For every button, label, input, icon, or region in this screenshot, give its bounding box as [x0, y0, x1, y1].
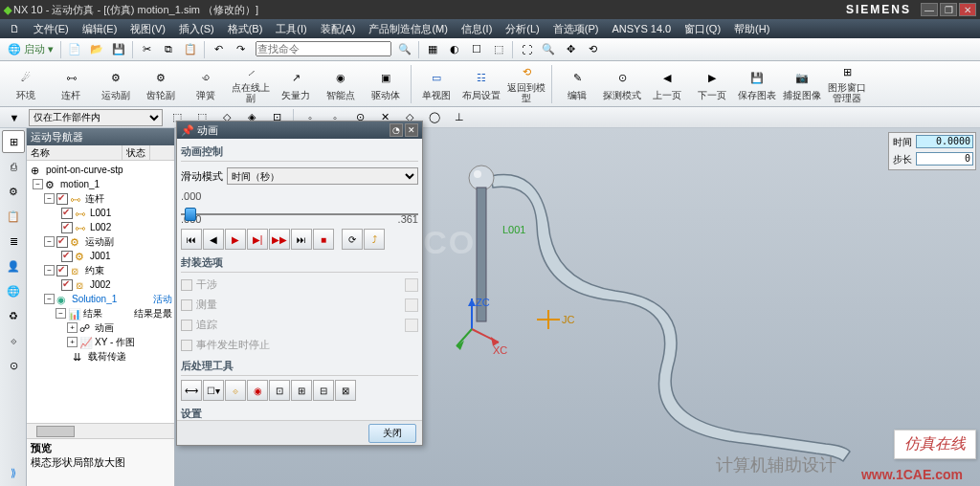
ribbon-single-view[interactable]: ▭单视图	[414, 63, 458, 105]
ribbon-vector-force[interactable]: ↗矢量力	[274, 63, 318, 105]
tree-solution[interactable]: Solution_1	[72, 294, 117, 304]
tree-root[interactable]: point-on-curve-stp	[46, 165, 123, 175]
filter-select[interactable]: 仅在工作部件内	[29, 109, 163, 126]
post-tool-3[interactable]: ⟐	[225, 380, 246, 401]
tree-load[interactable]: 载荷传递	[88, 350, 126, 364]
opt-track-btn[interactable]	[405, 319, 418, 332]
slide-mode-select[interactable]: 时间（秒）	[227, 167, 418, 185]
new-icon[interactable]: 🗋	[4, 21, 26, 36]
cube-icon[interactable]: ⬚	[488, 40, 509, 59]
maximize-button[interactable]: ❐	[940, 3, 957, 16]
menu-format[interactable]: 格式(B)	[222, 20, 269, 38]
menu-edit[interactable]: 编辑(E)	[77, 20, 123, 38]
col-name[interactable]: 名称	[27, 145, 122, 160]
time-value[interactable]: 0.0000	[916, 135, 973, 148]
next-frame-button[interactable]: ▶|	[247, 229, 268, 250]
fast-fwd-button[interactable]: ▶▶	[269, 229, 290, 250]
pan-icon[interactable]: ✥	[560, 40, 581, 59]
tree-constraints[interactable]: 约束	[85, 264, 104, 277]
post-tool-5[interactable]: ⊡	[269, 380, 290, 401]
export-button[interactable]: ⤴	[364, 229, 385, 250]
post-tool-6[interactable]: ⊞	[291, 380, 312, 401]
wireframe-icon[interactable]: ☐	[466, 40, 487, 59]
dialog-help-icon[interactable]: ◔	[390, 123, 403, 137]
menu-file[interactable]: 文件(E)	[28, 20, 75, 38]
ribbon-point-curve[interactable]: ⟋点在线上副	[229, 63, 273, 105]
play-button[interactable]: ▶	[225, 229, 246, 250]
undo-icon[interactable]: ↶	[208, 40, 229, 59]
ribbon-layout[interactable]: ☷布局设置	[459, 63, 503, 105]
ribbon-return[interactable]: ⟲返回到模型	[504, 63, 548, 105]
post-tool-8[interactable]: ⊠	[335, 380, 356, 401]
nav-hist-icon[interactable]: 📋	[2, 205, 25, 228]
tree-l001[interactable]: L001	[90, 208, 111, 218]
nav-ie-icon[interactable]: 🌐	[2, 279, 25, 302]
ribbon-next[interactable]: ▶下一页	[690, 63, 734, 105]
menu-insert[interactable]: 插入(S)	[173, 20, 220, 38]
ribbon-prev[interactable]: ◀上一页	[645, 63, 689, 105]
nav-tree[interactable]: ⊕point-on-curve-stp −⚙motion_1 −⧟连杆 ⧟L00…	[27, 161, 174, 423]
rotate-icon[interactable]: ⟲	[582, 40, 603, 59]
tree-xy[interactable]: XY - 作图	[95, 336, 135, 349]
copy-icon[interactable]: ⧉	[158, 40, 179, 59]
menu-pref[interactable]: 首选项(P)	[547, 20, 605, 38]
dialog-pin-icon[interactable]: 📌	[181, 124, 194, 136]
dialog-close-icon[interactable]: ✕	[405, 123, 418, 137]
nav-sys-icon[interactable]: ⟐	[2, 329, 25, 352]
paste-icon[interactable]: 📋	[180, 40, 201, 59]
menu-ansys[interactable]: ANSYS 14.0	[606, 21, 677, 36]
menu-help[interactable]: 帮助(H)	[728, 20, 775, 38]
ribbon-env[interactable]: ☄环境	[4, 63, 48, 105]
redo-icon[interactable]: ↷	[230, 40, 251, 59]
ribbon-gear[interactable]: ⚙齿轮副	[139, 63, 183, 105]
shade-icon[interactable]: ◐	[444, 40, 465, 59]
nav-role-icon[interactable]: 👤	[2, 254, 25, 277]
tree-j001[interactable]: J001	[90, 251, 111, 261]
ribbon-spring[interactable]: ꩜弹簧	[184, 63, 228, 105]
col-status[interactable]: 状态	[122, 145, 150, 160]
last-frame-button[interactable]: ⏭	[291, 229, 312, 250]
post-tool-2[interactable]: ☐▾	[203, 380, 224, 401]
close-button[interactable]: ✕	[959, 3, 976, 16]
new-icon[interactable]: 📄	[64, 40, 85, 59]
nav-reuse-icon[interactable]: ♻	[2, 304, 25, 327]
command-search[interactable]	[256, 41, 391, 56]
ribbon-save-chart[interactable]: 💾保存图表	[735, 63, 779, 105]
tree-motion[interactable]: motion_1	[60, 179, 100, 189]
minimize-button[interactable]: —	[921, 3, 938, 16]
menu-pmi[interactable]: 产品制造信息(M)	[363, 20, 454, 38]
first-frame-button[interactable]: ⏮	[181, 229, 202, 250]
ribbon-driver[interactable]: ▣驱动体	[364, 63, 408, 105]
post-tool-1[interactable]: ⟷	[181, 380, 202, 401]
ribbon-smart-pt[interactable]: ◉智能点	[319, 63, 363, 105]
nav-part-icon[interactable]: ⎙	[2, 155, 25, 178]
tree-results[interactable]: 结果	[83, 307, 102, 320]
search-icon[interactable]: 🔍	[394, 40, 415, 59]
snap-perp-icon[interactable]: ⊥	[449, 108, 470, 127]
zoom-icon[interactable]: 🔍	[538, 40, 559, 59]
ribbon-joint[interactable]: ⚙运动副	[94, 63, 138, 105]
menu-info[interactable]: 信息(I)	[456, 20, 498, 38]
record-button[interactable]: ⟳	[342, 229, 363, 250]
ribbon-link[interactable]: ⧟连杆	[49, 63, 93, 105]
open-icon[interactable]: 📂	[86, 40, 107, 59]
cut-icon[interactable]: ✂	[136, 40, 157, 59]
tree-l002[interactable]: L002	[90, 222, 111, 232]
menu-analyze[interactable]: 分析(L)	[500, 20, 545, 38]
nav-help-icon[interactable]: ⊙	[2, 354, 25, 377]
save-icon[interactable]: 💾	[108, 40, 129, 59]
nav-layer-icon[interactable]: ≣	[2, 230, 25, 253]
snap-tan-icon[interactable]: ◯	[424, 108, 445, 127]
menu-assembly[interactable]: 装配(A)	[315, 20, 362, 38]
ribbon-capture[interactable]: 📷捕捉图像	[780, 63, 824, 105]
ribbon-probe[interactable]: ⊙探测模式	[600, 63, 644, 105]
ribbon-edit[interactable]: ✎编辑	[555, 63, 599, 105]
dialog-close-button[interactable]: 关闭	[368, 424, 416, 443]
nav-motion-icon[interactable]: ⚙	[2, 180, 25, 203]
step-value[interactable]: 0	[916, 152, 973, 166]
menu-window[interactable]: 窗口(Q)	[679, 20, 726, 38]
opt-interfere-btn[interactable]	[405, 278, 418, 292]
view-icon[interactable]: ▦	[422, 40, 443, 59]
start-dropdown[interactable]: 🌐 启动 ▾	[4, 42, 57, 56]
nav-assy-icon[interactable]: ⊞	[2, 130, 25, 153]
